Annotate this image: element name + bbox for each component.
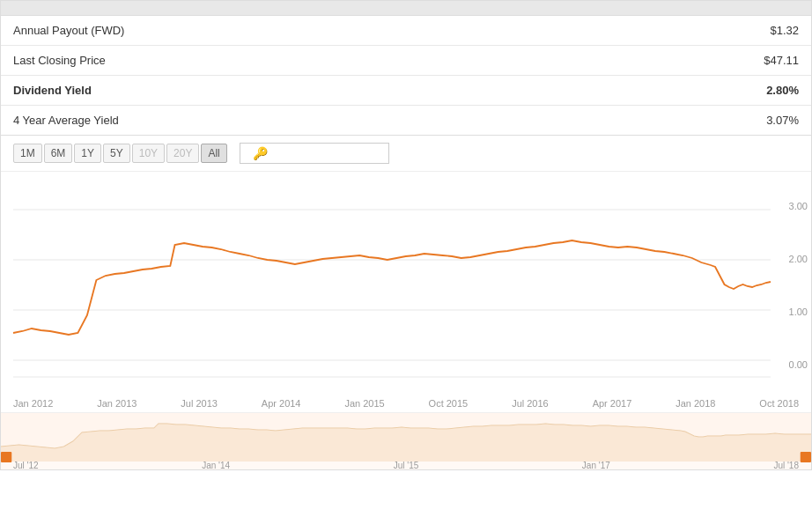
time-button-5y[interactable]: 5Y (103, 144, 130, 163)
y-label-3: 3.00 (774, 201, 808, 211)
mini-chart-svg (1, 413, 811, 462)
chart-section: 1M6M1Y5Y10Y20YAll 🔑 (0, 136, 812, 470)
y-label-0: 0.00 (774, 359, 808, 370)
time-button-1m[interactable]: 1M (13, 144, 42, 163)
chart-area (1, 192, 771, 395)
comparison-input[interactable]: 🔑 (240, 143, 389, 164)
main-chart-wrapper: 3.00 2.00 1.00 0.00 Jan 2012Jan 2013Jul … (1, 192, 811, 412)
x-label: Jan 2015 (344, 398, 384, 409)
row-label: Last Closing Price (1, 46, 564, 76)
time-button-20y[interactable]: 20Y (166, 144, 199, 163)
y-axis: 3.00 2.00 1.00 0.00 (771, 192, 811, 395)
x-label: Oct 2015 (429, 398, 469, 409)
chart-controls: 1M6M1Y5Y10Y20YAll 🔑 (1, 136, 811, 172)
mini-x-label: Jul '12 (13, 461, 39, 470)
data-table: Annual Payout (FWD) $1.32 Last Closing P… (1, 16, 811, 135)
row-value: 2.80% (564, 76, 811, 106)
y-label-2: 2.00 (774, 254, 808, 264)
time-button-all[interactable]: All (201, 144, 226, 163)
time-button-10y[interactable]: 10Y (132, 144, 165, 163)
x-label: Jul 2013 (181, 398, 218, 409)
time-button-1y[interactable]: 1Y (74, 144, 101, 163)
section-header (1, 1, 811, 16)
row-label: Dividend Yield (1, 76, 564, 106)
x-label: Apr 2017 (593, 398, 632, 409)
time-button-6m[interactable]: 6M (44, 144, 73, 163)
mini-x-label: Jul '15 (394, 461, 419, 470)
dividend-yield-section: Annual Payout (FWD) $1.32 Last Closing P… (0, 0, 812, 136)
table-row: Annual Payout (FWD) $1.32 (1, 16, 811, 46)
mini-x-labels: Jul '12Jan '14Jul '15Jan '17Jul '18 (1, 461, 811, 470)
row-value: $1.32 (564, 16, 811, 46)
x-label: Jan 2013 (97, 398, 137, 409)
chart-legend (1, 172, 811, 192)
table-row: Dividend Yield 2.80% (1, 76, 811, 106)
x-label: Jan 2012 (13, 398, 53, 409)
y-label-1: 1.00 (774, 307, 808, 317)
x-label: Oct 2018 (759, 398, 799, 409)
mini-chart[interactable]: Jul '12Jan '14Jul '15Jan '17Jul '18 (1, 412, 811, 469)
svg-rect-7 (1, 452, 11, 462)
row-label: 4 Year Average Yield (1, 106, 564, 136)
x-label: Jul 2016 (512, 398, 549, 409)
mini-x-label: Jan '14 (202, 461, 230, 470)
row-label: Annual Payout (FWD) (1, 16, 564, 46)
table-row: Last Closing Price $47.11 (1, 46, 811, 76)
x-label: Jan 2018 (675, 398, 715, 409)
table-row: 4 Year Average Yield 3.07% (1, 106, 811, 136)
svg-rect-8 (801, 452, 811, 462)
x-axis-labels: Jan 2012Jan 2013Jul 2013Apr 2014Jan 2015… (1, 395, 811, 412)
mini-x-label: Jan '17 (582, 461, 610, 470)
mini-x-label: Jul '18 (773, 461, 799, 470)
main-chart-svg (13, 192, 771, 395)
key-icon: 🔑 (253, 146, 268, 160)
x-label: Apr 2014 (262, 398, 301, 409)
row-value: 3.07% (564, 106, 811, 136)
row-value: $47.11 (564, 46, 811, 76)
